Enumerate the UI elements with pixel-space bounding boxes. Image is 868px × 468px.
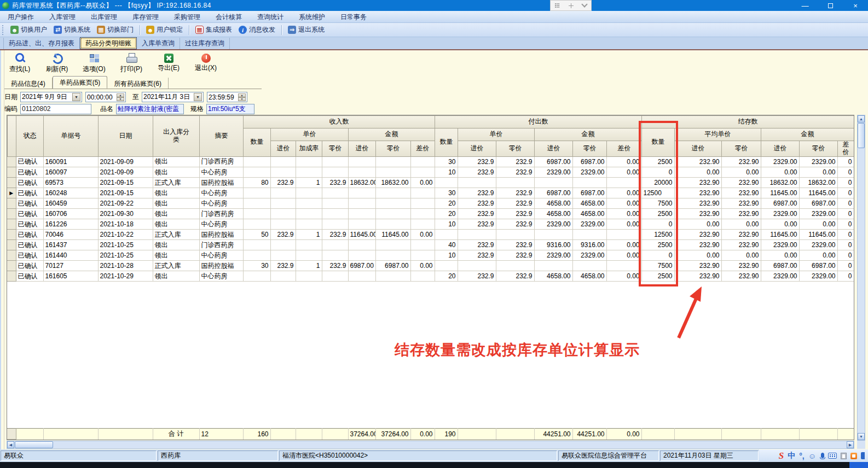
table-row[interactable]: 已确认1600972021-09-09领出中心药房10232.9232.9232… [7, 167, 854, 178]
menu-item-5[interactable]: 采购管理 [166, 11, 208, 23]
cell[interactable]: 门诊西药房 [199, 209, 243, 219]
cell[interactable]: 0 [837, 198, 854, 209]
cell[interactable]: 232.90 [674, 178, 721, 188]
cell[interactable]: 9316.00 [572, 240, 606, 250]
cell[interactable]: 232.9 [322, 178, 348, 188]
cell[interactable] [348, 271, 375, 282]
cell[interactable]: 已确认 [16, 219, 43, 230]
cell[interactable] [296, 157, 322, 167]
switch-system-button[interactable]: ⇄切换系统 [50, 24, 94, 37]
cell[interactable]: 2329.00 [799, 209, 837, 219]
cell[interactable]: 2021-10-25 [98, 250, 153, 261]
cell[interactable] [348, 240, 375, 250]
chevron-down-icon[interactable] [581, 1, 587, 7]
cell[interactable] [458, 230, 496, 240]
cell[interactable]: 2021-09-15 [98, 178, 153, 188]
cell[interactable] [322, 240, 348, 250]
horizontal-scrollbar[interactable]: ◀ ▶ [7, 441, 854, 449]
cell[interactable]: 18632.00 [375, 178, 410, 188]
cell[interactable]: 161226 [43, 219, 98, 230]
cell[interactable]: 20 [435, 198, 458, 209]
table-row[interactable]: 已确认1614402021-10-25领出中心药房10232.9232.9232… [7, 250, 854, 261]
cell[interactable] [410, 198, 435, 209]
cell[interactable]: 0.00 [721, 167, 761, 178]
cell[interactable]: 0.00 [721, 250, 761, 261]
cell[interactable] [296, 219, 322, 230]
switch-dept-button[interactable]: ▦切换部门 [94, 24, 137, 37]
cell[interactable]: 2021-09-15 [98, 188, 153, 198]
cell[interactable] [243, 240, 270, 250]
sub-tab-1[interactable]: 药品信息(4) [4, 78, 53, 89]
table-row[interactable]: 已确认700462021-10-22正式入库国药控股福50232.91232.9… [7, 230, 854, 240]
cell[interactable]: 2021-10-25 [98, 240, 153, 250]
cell[interactable]: 0 [837, 230, 854, 240]
cell[interactable]: 232.9 [458, 271, 496, 282]
table-row[interactable]: 已确认1607062021-09-30领出门诊西药房20232.9232.946… [7, 209, 854, 219]
scrollbar-thumb[interactable] [858, 123, 865, 148]
cell[interactable] [375, 157, 410, 167]
cell[interactable]: 18632.00 [348, 178, 375, 188]
cell[interactable]: 232.90 [674, 198, 721, 209]
cell[interactable] [322, 271, 348, 282]
cell[interactable]: 11645.00 [375, 230, 410, 240]
cell[interactable] [270, 167, 296, 178]
cell[interactable]: 2329.00 [534, 167, 572, 178]
cell[interactable] [243, 157, 270, 167]
cell[interactable] [243, 250, 270, 261]
cell[interactable]: 10 [435, 219, 458, 230]
cell[interactable]: 232.90 [674, 261, 721, 271]
cell[interactable]: 1 [296, 230, 322, 240]
cell[interactable]: 160097 [43, 167, 98, 178]
cell[interactable] [270, 271, 296, 282]
cell[interactable]: 0.00 [606, 240, 641, 250]
skin-icon[interactable] [850, 453, 857, 459]
find-button[interactable]: 查找(L) [5, 52, 34, 77]
cell[interactable] [270, 240, 296, 250]
cell[interactable]: 232.90 [674, 157, 721, 167]
cell[interactable]: 领出 [153, 167, 199, 178]
cell[interactable]: 已确认 [16, 198, 43, 209]
cell[interactable]: 2329.00 [534, 250, 572, 261]
menu-item-3[interactable]: 出库管理 [83, 11, 125, 23]
cell[interactable] [534, 261, 572, 271]
spin-down-icon[interactable]: ▼ [238, 97, 246, 101]
cell[interactable]: 门诊西药房 [199, 240, 243, 250]
cell[interactable]: 2329.00 [534, 219, 572, 230]
cell[interactable]: 232.90 [674, 240, 721, 250]
cell[interactable] [534, 178, 572, 188]
cell[interactable] [348, 198, 375, 209]
cell[interactable]: 0.00 [721, 219, 761, 230]
cell[interactable]: 1 [296, 178, 322, 188]
cell[interactable]: 232.90 [721, 188, 761, 198]
cell[interactable]: 50 [243, 230, 270, 240]
cell[interactable]: 已确认 [16, 188, 43, 198]
cell[interactable]: 2021-10-29 [98, 271, 153, 282]
cell[interactable]: 11645.00 [799, 188, 837, 198]
cell[interactable]: 70046 [43, 230, 98, 240]
cell[interactable] [410, 188, 435, 198]
row-indicator[interactable] [7, 271, 16, 282]
cell[interactable] [435, 261, 458, 271]
capture-widget[interactable] [550, 0, 592, 11]
cell[interactable]: 232.9 [496, 271, 534, 282]
cell[interactable]: 232.90 [721, 230, 761, 240]
cell[interactable]: 0.00 [674, 167, 721, 178]
cell[interactable]: 232.90 [674, 209, 721, 219]
name-field[interactable]: 鲑降钙素注射液(密盖 [116, 104, 184, 114]
cell[interactable]: 232.9 [496, 157, 534, 167]
cell[interactable]: 正式入库 [153, 230, 199, 240]
cell[interactable]: 232.9 [458, 198, 496, 209]
cell[interactable]: 10 [435, 250, 458, 261]
cell[interactable]: 30 [435, 188, 458, 198]
table-row[interactable]: 已确认1604592021-09-22领出中心药房20232.9232.9465… [7, 198, 854, 209]
row-indicator[interactable] [7, 198, 16, 209]
cell[interactable]: 0.00 [606, 157, 641, 167]
cell[interactable]: 2329.00 [799, 271, 837, 282]
cell[interactable] [296, 271, 322, 282]
cell[interactable] [410, 240, 435, 250]
cell[interactable] [410, 271, 435, 282]
menu-item-6[interactable]: 会计核算 [208, 11, 250, 23]
cell[interactable]: 0.00 [761, 250, 799, 261]
mic-icon[interactable] [820, 453, 824, 459]
cell[interactable]: 160706 [43, 209, 98, 219]
